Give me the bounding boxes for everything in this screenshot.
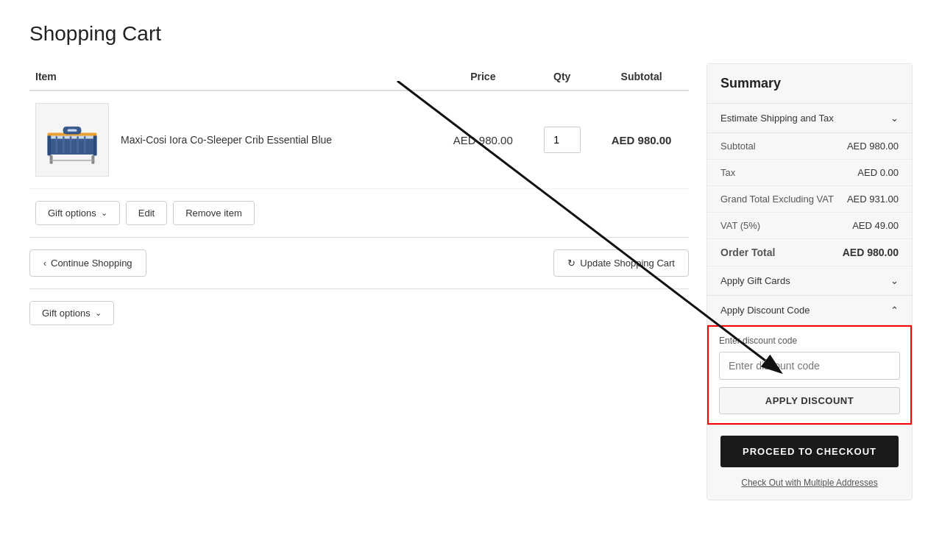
continue-shopping-button[interactable]: ‹ Continue Shopping [29,249,146,277]
summary-title: Summary [707,64,912,104]
cart-table: Item Price Qty Subtotal [29,63,689,189]
svg-rect-4 [56,136,57,152]
gift-options-bottom-button[interactable]: Gift options ⌄ [29,301,114,325]
apply-discount-accordion: Apply Discount Code ⌃ Enter discount cod… [707,296,912,425]
svg-rect-0 [49,137,96,155]
summary-panel: Summary Estimate Shipping and Tax ⌄ Subt… [706,63,913,500]
chevron-down-icon: ⌄ [101,208,107,218]
apply-discount-header[interactable]: Apply Discount Code ⌃ [707,296,912,325]
svg-rect-8 [84,136,85,152]
page-title: Shopping Cart [29,22,913,46]
svg-rect-10 [91,155,94,164]
product-image-svg [43,110,102,169]
grand-total-excl-row: Grand Total Excluding VAT AED 931.00 [707,186,912,213]
col-header-item: Item [29,63,436,91]
discount-code-input[interactable] [719,352,900,380]
apply-discount-body: Enter discount code APPLY DISCOUNT [707,325,912,425]
svg-rect-2 [47,135,51,156]
vat-row: VAT (5%) AED 49.00 [707,213,912,239]
apply-gift-cards-header[interactable]: Apply Gift Cards ⌄ [707,266,912,295]
col-header-qty: Qty [530,63,594,91]
col-header-price: Price [436,63,530,91]
cart-section: Item Price Qty Subtotal [29,63,689,337]
discount-highlight-box: Enter discount code APPLY DISCOUNT [707,325,912,425]
refresh-icon: ↻ [567,258,576,269]
product-image [35,103,109,177]
table-row: Maxi-Cosi Iora Co-Sleeper Crib Essential… [29,91,689,189]
gift-options-button[interactable]: Gift options ⌄ [35,201,120,225]
update-cart-button[interactable]: ↻ Update Shopping Cart [553,249,689,277]
apply-gift-cards-accordion: Apply Gift Cards ⌄ [707,266,912,296]
tax-row: Tax AED 0.00 [707,160,912,186]
checkout-multiple-link[interactable]: Check Out with Multiple Addresses [707,478,912,500]
chevron-down-icon-shipping: ⌄ [890,113,899,124]
svg-rect-3 [93,135,97,156]
svg-rect-14 [68,130,77,132]
product-price: AED 980.00 [453,134,513,146]
cart-footer: ‹ Continue Shopping ↻ Update Shopping Ca… [29,238,689,289]
chevron-left-icon: ‹ [43,258,46,269]
chevron-up-icon-discount: ⌃ [890,305,899,316]
gift-options-section: Gift options ⌄ [29,289,689,337]
edit-button[interactable]: Edit [126,201,167,225]
col-header-subtotal: Subtotal [594,63,689,91]
chevron-down-icon-gift: ⌄ [890,275,899,286]
item-actions: Gift options ⌄ Edit Remove item [29,201,689,238]
estimate-shipping-accordion: Estimate Shipping and Tax ⌄ [707,104,912,133]
discount-code-label: Enter discount code [719,336,900,346]
estimate-shipping-header[interactable]: Estimate Shipping and Tax ⌄ [707,104,912,132]
proceed-to-checkout-button[interactable]: PROCEED TO CHECKOUT [720,436,899,467]
apply-discount-button[interactable]: APPLY DISCOUNT [719,387,900,414]
order-total-row: Order Total AED 980.00 [707,239,912,266]
item-cell: Maxi-Cosi Iora Co-Sleeper Crib Essential… [35,103,430,177]
svg-rect-6 [70,136,71,152]
svg-rect-5 [63,136,64,152]
chevron-down-icon-2: ⌄ [95,308,102,318]
product-name: Maxi-Cosi Iora Co-Sleeper Crib Essential… [121,134,332,146]
subtotal-row: Subtotal AED 980.00 [707,133,912,160]
remove-item-button[interactable]: Remove item [173,201,255,225]
svg-rect-7 [77,136,78,152]
svg-rect-9 [50,155,53,164]
product-subtotal: AED 980.00 [612,134,672,146]
quantity-input[interactable] [544,127,581,153]
